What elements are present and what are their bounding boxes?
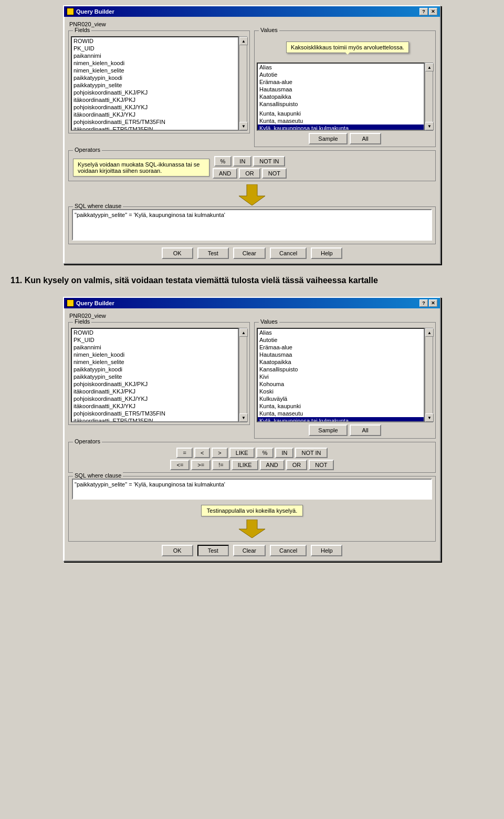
test-btn-2[interactable]: Test <box>197 545 229 556</box>
fields-list-item[interactable]: itäkoordinaatti_KKJ/PKJ <box>72 96 238 103</box>
values-scroll-down-2[interactable]: ▼ <box>425 413 434 422</box>
values-list-item[interactable]: Kylä, kaupunginosa tai kulmakunta <box>258 417 424 422</box>
values-list-item[interactable]: Hautausmaa <box>258 86 424 93</box>
values-list-item[interactable]: Hautausmaa <box>258 351 424 358</box>
fields-listbox-2[interactable]: ROWIDPK_UIDpaikanniminimen_kielen_koodin… <box>71 328 239 422</box>
fields-list-item[interactable]: nimen_kielen_koodi <box>72 351 238 358</box>
fields-scrollbar-1[interactable]: ▲ ▼ <box>239 36 247 131</box>
op-gte-btn-2[interactable]: >= <box>191 460 211 470</box>
help-btn-1[interactable]: Help <box>311 247 342 259</box>
fields-list-item[interactable]: ROWID <box>72 329 238 336</box>
op-ilike-btn-2[interactable]: ILIKE <box>232 460 258 470</box>
fields-list-item[interactable]: pohjoiskoordinaatti_KKJ/PKJ <box>72 89 238 96</box>
op-percent-btn-2[interactable]: % <box>256 448 274 458</box>
clear-btn-1[interactable]: Clear <box>233 247 266 259</box>
values-list-item[interactable]: Alias <box>258 329 424 336</box>
values-list-item[interactable]: Autotie <box>258 71 424 78</box>
values-list-item[interactable]: Kaatopaikka <box>258 93 424 100</box>
fields-list-item[interactable]: paikkatyypin_koodi <box>72 366 238 373</box>
fields-list-item[interactable]: paikannimi <box>72 52 238 59</box>
values-list-item[interactable]: Kunta, kaupunki <box>258 402 424 410</box>
fields-list-item[interactable]: pohjoiskoordinaatti_ETR5/TM35FIN <box>72 410 238 417</box>
op-not-in-btn-2[interactable]: NOT IN <box>295 448 327 458</box>
values-list-item[interactable]: Kivi <box>258 373 424 380</box>
close-btn-1[interactable]: ✕ <box>429 8 437 15</box>
fields-list-item[interactable]: paikkatyypin_selite <box>72 373 238 380</box>
close-btn-2[interactable]: ✕ <box>429 299 437 307</box>
op-in-btn-1[interactable]: IN <box>233 156 251 167</box>
op-and-btn-2[interactable]: AND <box>260 460 285 470</box>
values-list-item[interactable]: Koski <box>258 388 424 395</box>
sql-textarea-2[interactable] <box>72 479 432 500</box>
scroll-down-1[interactable]: ▼ <box>239 122 248 130</box>
values-list-item[interactable]: Kunta, maaseutu <box>258 410 424 417</box>
fields-list-item[interactable]: nimen_kielen_koodi <box>72 59 238 67</box>
fields-list-item[interactable]: pohjoiskoordinaatti_ETR5/TM35FIN <box>72 118 238 126</box>
all-btn-2[interactable]: All <box>350 424 381 436</box>
values-list-item[interactable]: Kansallispuisto <box>258 100 424 108</box>
ok-btn-2[interactable]: OK <box>162 545 193 556</box>
values-list-item[interactable]: Kylä, kaupunginosa tai kulmakunta <box>258 125 424 131</box>
values-listbox-1[interactable]: AliasAutotieErämaa-alueHautausmaaKaatopa… <box>257 63 425 131</box>
op-lte-btn-2[interactable]: <= <box>170 460 190 470</box>
fields-list-item[interactable]: pohjoiskoordinaatti_KKJ/YKJ <box>72 103 238 111</box>
test-btn-1[interactable]: Test <box>197 247 229 259</box>
values-scrollbar-1[interactable]: ▲ ▼ <box>425 63 433 131</box>
op-eq-btn-2[interactable]: = <box>176 448 192 458</box>
op-or-btn-1[interactable]: OR <box>239 168 260 179</box>
fields-scroll-up-2[interactable]: ▲ <box>239 328 248 337</box>
sample-btn-1[interactable]: Sample <box>309 133 347 144</box>
fields-list-item[interactable]: itäkoordinaatti_KKJ/PKJ <box>72 388 238 395</box>
values-scroll-up-2[interactable]: ▲ <box>425 328 434 337</box>
op-not-in-btn-1[interactable]: NOT IN <box>253 156 285 167</box>
values-listbox-2[interactable]: AliasAutotieErämaa-alueHautausmaaKaatopa… <box>257 328 425 422</box>
fields-list-item[interactable]: paikannimi <box>72 344 238 351</box>
values-list-item[interactable]: Erämaa-alue <box>258 344 424 351</box>
clear-btn-2[interactable]: Clear <box>233 545 266 556</box>
values-list-item[interactable]: Erämaa-alue <box>258 78 424 86</box>
fields-scrollbar-2[interactable]: ▲ ▼ <box>239 328 247 422</box>
cancel-btn-2[interactable]: Cancel <box>270 545 307 556</box>
op-ne-btn-2[interactable]: != <box>212 460 229 470</box>
scroll-up-1[interactable]: ▲ <box>239 37 248 45</box>
fields-listbox-1[interactable]: ROWIDPK_UIDpaikanniminimen_kielen_koodin… <box>71 36 239 131</box>
help-btn-titlebar-1[interactable]: ? <box>419 8 428 15</box>
fields-list-item[interactable]: PK_UID <box>72 336 238 344</box>
sql-textarea-1[interactable] <box>72 209 432 241</box>
all-btn-1[interactable]: All <box>350 133 381 144</box>
fields-list-item[interactable]: nimen_kielen_selite <box>72 358 238 366</box>
help-btn-titlebar-2[interactable]: ? <box>419 299 428 307</box>
values-list-item[interactable]: Kaatopaikka <box>258 358 424 366</box>
fields-list-item[interactable]: itäkoordinaatti_KKJ/YKJ <box>72 111 238 118</box>
values-scroll-down-1[interactable]: ▼ <box>425 122 434 130</box>
values-list-item[interactable]: Kulkuväylä <box>258 395 424 402</box>
fields-list-item[interactable]: paikkatyypin_koodi <box>72 74 238 81</box>
op-not-btn-1[interactable]: NOT <box>262 168 287 179</box>
op-and-btn-1[interactable]: AND <box>213 168 237 179</box>
values-list-item[interactable]: Kansallispuisto <box>258 366 424 373</box>
fields-list-item[interactable]: itäkoordinaatti_KKJ/YKJ <box>72 402 238 410</box>
values-scroll-up-1[interactable]: ▲ <box>425 63 434 71</box>
fields-list-item[interactable]: pohjoiskoordinaatti_KKJ/PKJ <box>72 380 238 388</box>
values-list-item[interactable]: Kunta, maaseutu <box>258 117 424 125</box>
fields-scroll-down-2[interactable]: ▼ <box>239 413 248 422</box>
fields-list-item[interactable]: itäkoordinaatti_ETR5/TM35FIN <box>72 126 238 131</box>
values-list-item[interactable]: Alias <box>258 64 424 71</box>
fields-list-item[interactable]: PK_UID <box>72 45 238 52</box>
values-list-item[interactable]: Kunta, kaupunki <box>258 110 424 117</box>
cancel-btn-1[interactable]: Cancel <box>270 247 307 259</box>
op-lt-btn-2[interactable]: < <box>194 448 210 458</box>
values-list-item[interactable]: Kohouma <box>258 380 424 388</box>
op-percent-btn-1[interactable]: % <box>214 156 232 167</box>
values-scrollbar-2[interactable]: ▲ ▼ <box>425 328 433 422</box>
op-gt-btn-2[interactable]: > <box>212 448 227 458</box>
op-or-btn-2[interactable]: OR <box>286 460 308 470</box>
fields-list-item[interactable]: nimen_kielen_selite <box>72 67 238 74</box>
op-like-btn-2[interactable]: LIKE <box>229 448 255 458</box>
ok-btn-1[interactable]: OK <box>162 247 193 259</box>
fields-list-item[interactable]: paikkatyypin_selite <box>72 81 238 89</box>
help-btn-2[interactable]: Help <box>311 545 342 556</box>
op-in-btn-2[interactable]: IN <box>275 448 293 458</box>
op-not-btn-2[interactable]: NOT <box>309 460 333 470</box>
values-list-item[interactable]: Autotie <box>258 336 424 344</box>
